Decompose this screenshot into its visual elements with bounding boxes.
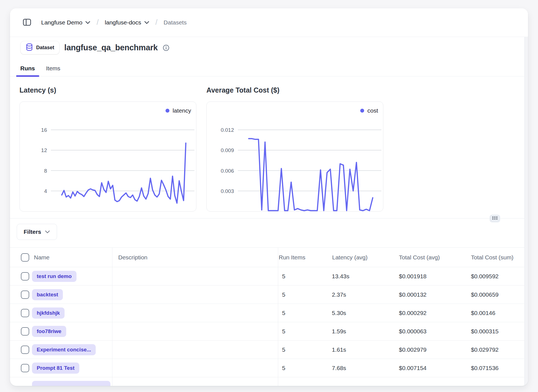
svg-text:12: 12: [41, 147, 47, 153]
svg-text:8: 8: [44, 168, 47, 174]
latency-avg-cell: 5.30s: [332, 304, 346, 322]
latency-chart-section: Latency (s) 161284 latency: [19, 86, 196, 212]
row-checkbox[interactable]: [21, 327, 29, 336]
scrollbar-track[interactable]: [524, 37, 528, 386]
chevron-down-icon: [85, 19, 90, 26]
row-checkbox[interactable]: [21, 346, 29, 354]
total-cost-sum-cell: $0.000659: [471, 286, 498, 304]
row-checkbox[interactable]: [21, 272, 29, 281]
column-header-total-cost-sum[interactable]: Total Cost (sum): [471, 248, 514, 267]
run-items-cell: 5: [282, 322, 285, 341]
section-divider: [10, 218, 528, 219]
breadcrumb-separator: /: [97, 18, 99, 27]
cost-chart-title: Average Total Cost ($): [206, 86, 383, 94]
breadcrumb-separator: /: [156, 18, 158, 27]
total-cost-sum-cell: $0.00146: [471, 304, 495, 322]
breadcrumb-page: Datasets: [164, 19, 187, 26]
total-cost-avg-cell: $0.002979: [399, 341, 426, 359]
latency-avg-cell: 1.61s: [332, 341, 346, 359]
chevron-down-icon: [144, 19, 149, 26]
database-icon: [26, 43, 33, 53]
latency-line-plot: 161284: [20, 102, 196, 211]
run-name-badge[interactable]: Prompt 81 Test: [32, 363, 79, 374]
total-cost-avg-cell: $0.000292: [399, 304, 426, 322]
run-items-cell: 5: [282, 359, 285, 377]
page-title: langfuse_qa_benchmark: [64, 43, 158, 52]
filters-button[interactable]: Filters: [17, 224, 57, 240]
run-items-cell: 5: [282, 341, 285, 359]
environment-selector[interactable]: langfuse-docs: [105, 19, 149, 26]
run-items-cell: 5: [282, 304, 285, 322]
table-row: foo78riwe51.59s$0.000063$0.000315: [10, 322, 528, 341]
legend-label: cost: [367, 107, 378, 114]
column-header-description[interactable]: Description: [118, 248, 147, 267]
svg-text:0.009: 0.009: [221, 147, 234, 153]
run-name-badge[interactable]: hjkfdshjk: [32, 307, 65, 319]
cost-chart: 0.0120.0090.0060.003 cost: [206, 101, 383, 212]
tab-items[interactable]: Items: [42, 65, 65, 76]
panel-left-icon: [22, 18, 32, 28]
row-checkbox[interactable]: [21, 364, 29, 372]
legend-dot-icon: [166, 109, 169, 113]
table-row: Prompt 81 Test57.68s$0.007154$0.071536: [10, 359, 528, 377]
latency-avg-cell: 13.43s: [332, 267, 349, 286]
latency-avg-cell: 7.68s: [332, 359, 346, 377]
cost-line-plot: 0.0120.0090.0060.003: [207, 102, 383, 211]
sidebar-toggle-button[interactable]: [21, 16, 33, 29]
run-name-badge[interactable]: backtest: [32, 289, 63, 300]
select-all-checkbox[interactable]: [21, 253, 29, 262]
column-header-run-items[interactable]: Run Items: [279, 248, 305, 267]
column-header-latency-avg[interactable]: Latency (avg): [332, 248, 367, 267]
total-cost-sum-cell: $0.000315: [471, 322, 498, 341]
run-name-badge[interactable]: test run demo: [32, 271, 76, 282]
app-window: Langfuse Demo / langfuse-docs / Datasets: [10, 8, 528, 386]
total-cost-avg-cell: $0.000132: [399, 286, 426, 304]
legend-label: latency: [172, 107, 191, 114]
svg-text:16: 16: [41, 127, 47, 133]
info-icon[interactable]: [163, 44, 169, 51]
legend-dot-icon: [360, 109, 364, 113]
svg-text:0.006: 0.006: [221, 168, 234, 174]
row-checkbox[interactable]: [21, 291, 29, 299]
run-name-badge[interactable]: Experiment concise...: [32, 344, 96, 355]
total-cost-sum-cell: $0.029792: [471, 341, 498, 359]
table-row-partial: [10, 377, 528, 386]
table-row: backtest52.37s$0.000132$0.000659: [10, 286, 528, 304]
cost-legend: cost: [360, 107, 378, 114]
table-row: hjkfdshjk55.30s$0.000292$0.00146: [10, 304, 528, 322]
total-cost-sum-cell: $0.071536: [471, 359, 498, 377]
total-cost-avg-cell: $0.007154: [399, 359, 426, 377]
column-header-name[interactable]: Name: [34, 248, 50, 267]
latency-chart: 161284 latency: [19, 101, 196, 212]
table-row: Experiment concise...51.61s$0.002979$0.0…: [10, 341, 528, 359]
svg-text:0.003: 0.003: [221, 188, 234, 194]
row-checkbox[interactable]: [21, 309, 29, 317]
total-cost-avg-cell: $0.000063: [399, 322, 426, 341]
latency-legend: latency: [166, 107, 191, 114]
total-cost-avg-cell: $0.001918: [399, 267, 426, 286]
breadcrumb: Langfuse Demo / langfuse-docs / Datasets: [41, 18, 187, 27]
svg-text:4: 4: [44, 188, 47, 194]
environment-name: langfuse-docs: [105, 19, 141, 26]
run-name-badge[interactable]: [32, 381, 110, 386]
run-name-badge[interactable]: foo78riwe: [32, 326, 66, 337]
filters-label: Filters: [24, 229, 41, 235]
column-header-total-cost-avg[interactable]: Total Cost (avg): [399, 248, 440, 267]
dataset-header: Dataset langfuse_qa_benchmark: [21, 41, 169, 54]
cost-chart-section: Average Total Cost ($) 0.0120.0090.0060.…: [206, 86, 383, 212]
tab-runs[interactable]: Runs: [16, 65, 39, 76]
total-cost-sum-cell: $0.009592: [471, 267, 498, 286]
latency-avg-cell: 1.59s: [332, 322, 346, 341]
latency-chart-title: Latency (s): [19, 86, 196, 94]
drag-handle[interactable]: [490, 215, 500, 222]
run-items-cell: 5: [282, 286, 285, 304]
project-selector[interactable]: Langfuse Demo: [41, 19, 90, 26]
top-navigation: Langfuse Demo / langfuse-docs / Datasets: [10, 8, 528, 37]
dataset-badge-label: Dataset: [36, 45, 54, 51]
table-header-row: Name Description Run Items Latency (avg)…: [10, 248, 528, 267]
table-row: test run demo513.43s$0.001918$0.009592: [10, 267, 528, 286]
tab-bar: Runs Items: [10, 61, 528, 76]
grip-dots-icon: [492, 216, 498, 221]
project-name: Langfuse Demo: [41, 19, 82, 26]
chevron-down-icon: [45, 229, 50, 235]
